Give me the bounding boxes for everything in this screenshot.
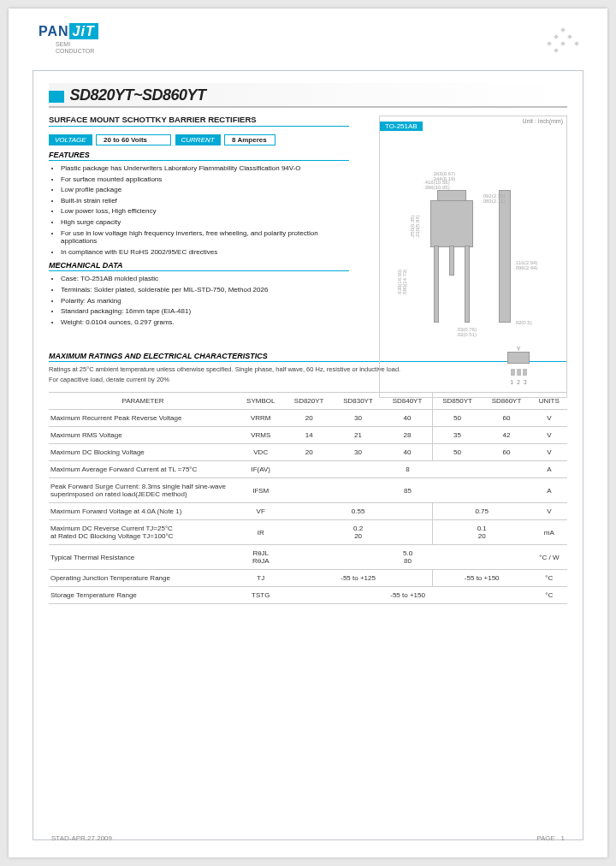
voltage-label: VOLTAGE [49,134,92,145]
param-unit: V [531,503,567,520]
logo-text-2: JiT [69,23,98,39]
param-unit: °C [531,570,567,587]
param-name: Maximum Recurrent Peak Reverse Voltage [49,410,237,427]
feature-item: Low power loss, High efficiency [61,207,349,216]
param-name: Storage Temperature Range [49,587,237,604]
logo-text-1: PAN [38,24,69,39]
param-symbol: VDC [237,444,284,461]
param-unit: A [531,461,567,478]
param-value: 42 [482,427,530,444]
param-symbol: TJ [237,570,284,587]
table-row: Peak Forward Surge Current: 8.3ms single… [49,478,567,503]
param-value: 30 [334,410,382,427]
param-value: 50 [432,410,482,427]
feature-item: For use in low voltage high frequency in… [61,229,349,246]
param-value: 60 [482,410,530,427]
table-header-cell: SYMBOL [237,393,284,410]
features-list: Plastic package has Underwriters Laborat… [49,164,349,256]
param-unit: °C [531,587,567,604]
mechdata-item: Case: TO-251AB molded plastic [61,275,349,283]
param-value: 0.75 [432,503,530,520]
param-name: Maximum Forward Voltage at 4.0A (Note 1) [49,503,237,520]
table-row: Maximum DC Reverse Current TJ=25°Cat Rat… [49,520,567,545]
page-footer: STAD-APR.27.2009 PAGE . 1 [51,834,565,842]
mechdata-item: Polarity: As marking [61,297,349,305]
feature-item: Built-in strain relief [61,197,349,205]
param-symbol: TSTG [237,587,284,604]
mechdata-item: Standard packaging: 16mm tape (EIA-481) [61,307,349,316]
feature-item: In compliance with EU RoHS 2002/95/EC di… [61,248,349,257]
param-symbol: RθJLRθJA [237,545,284,570]
param-value: 50 [432,444,482,461]
param-unit: V [531,410,567,427]
product-subtitle: SURFACE MOUNT SCHOTTKY BARRIER RECTIFIER… [49,115,349,127]
table-row: Maximum Forward Voltage at 4.0A (Note 1)… [49,503,567,520]
param-name: Maximum DC Reverse Current TJ=25°Cat Rat… [49,520,237,545]
param-name: Peak Forward Surge Current: 8.3ms single… [49,478,237,503]
param-value: 30 [334,444,382,461]
param-value: 20 [284,410,333,427]
param-symbol: VRMS [237,427,284,444]
mechdata-item: Weight: 0.0104 ounces, 0.297 grams. [61,318,349,327]
package-name: TO-251AB [380,122,423,131]
table-header-cell: PARAMETER [49,393,237,410]
param-symbol: VF [237,503,284,520]
param-value: -55 to +150 [432,570,530,587]
param-value: -55 to +125 [284,570,432,587]
param-unit: A [531,478,567,503]
table-row: Storage Temperature RangeTSTG-55 to +150… [49,587,567,604]
param-symbol: IFSM [237,478,284,503]
feature-item: Low profile package [61,186,349,194]
param-value: -55 to +150 [284,587,530,604]
table-row: Operating Junction Temperature RangeTJ-5… [49,570,567,587]
param-symbol: VRRM [237,410,284,427]
header: PANJiT SEMI CONDUCTOR [9,24,607,67]
feature-item: High surge capacity [61,218,349,227]
param-symbol: IR [237,520,284,545]
param-name: Typical Thermal Resistance [49,545,237,570]
title-bar: SD820YT~SD860YT [49,83,567,108]
param-value: 0.55 [284,503,432,520]
feature-item: For surface mounted applications [61,175,349,184]
table-row: Typical Thermal ResistanceRθJLRθJA5.080°… [49,545,567,570]
param-name: Operating Junction Temperature Range [49,570,237,587]
table-header-cell: SD820YT [284,393,333,410]
param-unit: mA [531,520,567,545]
param-value: 35 [432,427,482,444]
footer-date: STAD-APR.27.2009 [51,834,112,842]
table-row: Maximum RMS VoltageVRMS1421283542V [49,427,567,444]
brand-logo: PANJiT [38,24,607,39]
mechdata-header: MECHANICAL DATA [49,261,349,271]
param-symbol: IF(AV) [237,461,284,478]
param-value: 85 [284,478,530,503]
content-frame: SD820YT~SD860YT SURFACE MOUNT SCHOTTKY B… [33,70,583,840]
table-header-cell: SD830YT [334,393,382,410]
diagram-unit: Unit : inch(mm) [523,118,563,124]
param-value: 40 [382,410,432,427]
mechdata-list: Case: TO-251AB molded plasticTerminals: … [49,275,349,326]
param-unit: V [531,427,567,444]
part-number-title: SD820YT~SD860YT [69,86,205,104]
logo-subtitle: SEMI CONDUCTOR [56,41,607,56]
param-value: 0.220 [284,520,432,545]
param-value: 21 [334,427,382,444]
param-value: 28 [382,427,432,444]
pin-layout-icon: Y 1 2 3 [507,346,530,380]
features-header: FEATURES [49,151,349,161]
param-unit: V [531,444,567,461]
voltage-value: 20 to 60 Volts [96,134,171,145]
current-value: 8 Amperes [224,134,275,145]
table-row: Maximum Recurrent Peak Reverse VoltageVR… [49,410,567,427]
param-unit: °C / W [531,545,567,570]
package-drawing-icon: .092(2.33).083(2.11) .416(10.56).396(10.… [396,149,550,389]
param-name: Maximum DC Blocking Voltage [49,444,237,461]
mechdata-item: Terminals: Solder plated, solderable per… [61,286,349,294]
param-value: 5.080 [284,545,530,570]
param-value: 60 [482,444,530,461]
page: PANJiT SEMI CONDUCTOR SD820YT~SD860YT SU… [9,9,607,857]
param-value: 20 [284,444,333,461]
param-value: 8 [284,461,530,478]
decorative-dots-icon [548,28,582,54]
param-value: 14 [284,427,333,444]
param-name: Maximum RMS Voltage [49,427,237,444]
